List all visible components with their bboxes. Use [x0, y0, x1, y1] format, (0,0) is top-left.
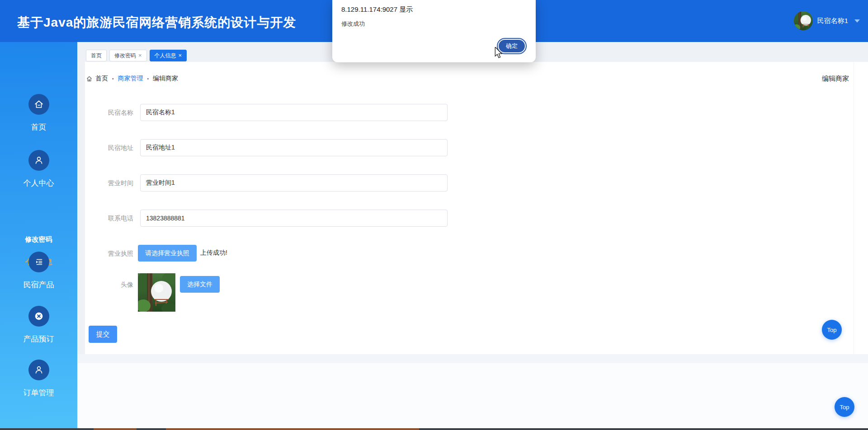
field-label: 头像	[88, 273, 133, 296]
breadcrumb-current: 编辑商家	[153, 75, 178, 83]
business-hours-input[interactable]	[140, 174, 448, 192]
user-name: 民宿名称1	[817, 17, 848, 25]
homestay-address-input[interactable]	[140, 139, 448, 156]
field-label: 民宿地址	[88, 139, 133, 156]
dialog-title: 8.129.11.174:9027 显示	[341, 5, 413, 14]
sidebar-item-label: 首页	[0, 122, 77, 132]
sidebar-item-label: 订单管理	[0, 388, 77, 398]
tab-home[interactable]: 首页	[86, 50, 107, 61]
tab-bar: 首页 修改密码 × 个人信息 ×	[86, 50, 187, 61]
field-label: 联系电话	[88, 210, 133, 227]
sidebar-item-bookings[interactable]: 产品预订	[0, 306, 77, 344]
taskbar-edge	[0, 428, 868, 430]
tab-change-password[interactable]: 修改密码 ×	[109, 50, 147, 61]
form-row: 营业时间	[85, 174, 451, 192]
sidebar-item-label: 民宿产品	[0, 280, 77, 290]
license-row: 营业执照 请选择营业执照 上传成功!	[85, 245, 451, 262]
breadcrumb-separator: •	[112, 76, 114, 81]
back-to-top-button[interactable]: Top	[822, 320, 842, 340]
homestay-name-input[interactable]	[140, 104, 448, 121]
breadcrumb-link-merchant[interactable]: 商家管理	[118, 75, 143, 83]
tab-label: 首页	[91, 50, 102, 61]
avatar-row: 头像	[85, 273, 451, 314]
sidebar-item-label: 产品预订	[0, 334, 77, 344]
submit-button[interactable]: 提交	[89, 326, 117, 343]
dialog-ok-button[interactable]: 确定	[498, 39, 526, 53]
taskbar-edge-accent	[94, 428, 137, 430]
home-icon	[33, 99, 44, 110]
product-list-icon	[33, 257, 44, 267]
orders-icon	[33, 365, 44, 375]
chevron-down-icon	[854, 19, 860, 23]
booking-icon	[33, 311, 44, 322]
main-content: 首页 修改密码 × 个人信息 × 首页 • 商家管理	[77, 42, 868, 428]
sidebar-item-orders[interactable]: 订单管理	[0, 360, 77, 398]
breadcrumb-home[interactable]: 首页	[86, 75, 108, 83]
close-icon[interactable]: ×	[179, 50, 182, 61]
breadcrumb-label: 首页	[95, 75, 108, 83]
close-icon[interactable]: ×	[138, 50, 142, 61]
back-to-top-button[interactable]: Top	[835, 397, 854, 417]
sidebar-sub-label: 修改密码	[25, 235, 52, 243]
page: 基于Java的旅游民宿网络营销系统的设计与开发	[0, 0, 868, 430]
avatar-thumbnail	[138, 273, 175, 312]
sidebar-item-personal-center[interactable]: 个人中心	[0, 150, 77, 188]
edit-merchant-card: 首页 • 商家管理 • 编辑商家 编辑商家 民宿名称 民宿地址 营业时间	[85, 62, 854, 354]
tab-label: 修改密码	[114, 50, 136, 61]
panel-gap	[77, 354, 868, 363]
form-row: 民宿名称	[85, 104, 451, 121]
browser-alert-dialog: 8.129.11.174:9027 显示 修改成功 确定	[332, 0, 536, 62]
choose-file-button[interactable]: 选择文件	[180, 276, 220, 293]
tab-personal-info[interactable]: 个人信息 ×	[150, 50, 187, 61]
dialog-message: 修改成功	[341, 20, 365, 28]
user-icon	[33, 155, 44, 166]
user-avatar	[794, 11, 813, 30]
app-title: 基于Java的旅游民宿网络营销系统的设计与开发	[17, 14, 296, 31]
page-title: 编辑商家	[822, 75, 849, 83]
avatar-image	[794, 11, 813, 30]
sidebar-item-products[interactable]: 民宿产品	[0, 252, 77, 290]
breadcrumb-separator: •	[147, 76, 149, 81]
sidebar-item-home[interactable]: 首页	[0, 94, 77, 132]
field-label: 民宿名称	[88, 104, 133, 121]
sidebar: 首页 个人中心 修改密码 个人信息	[0, 42, 77, 428]
form-row: 民宿地址	[85, 139, 451, 156]
choose-license-button[interactable]: 请选择营业执照	[138, 245, 197, 262]
breadcrumb: 首页 • 商家管理 • 编辑商家	[86, 75, 178, 83]
upload-status: 上传成功!	[200, 249, 227, 257]
lower-panel	[77, 363, 868, 428]
field-label: 营业时间	[88, 174, 133, 192]
tab-label: 个人信息	[155, 50, 176, 61]
user-menu[interactable]: 民宿名称1	[794, 11, 860, 31]
sidebar-item-change-password[interactable]: 修改密码	[0, 235, 77, 244]
taskbar-edge-accent	[166, 428, 419, 430]
contact-phone-input[interactable]	[140, 210, 448, 227]
field-label: 营业执照	[88, 245, 133, 262]
form-row: 联系电话	[85, 210, 451, 227]
sidebar-item-label: 个人中心	[0, 178, 77, 188]
home-icon	[86, 75, 93, 82]
